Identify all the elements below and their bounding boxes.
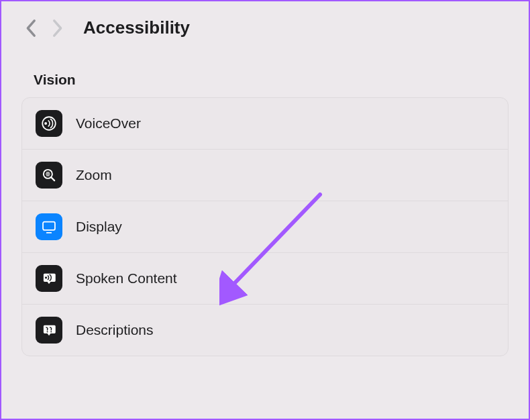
svg-point-11 bbox=[50, 331, 52, 332]
display-icon bbox=[36, 213, 62, 240]
row-label: Display bbox=[76, 219, 122, 235]
row-spoken-content[interactable]: Spoken Content bbox=[22, 253, 508, 305]
svg-rect-7 bbox=[43, 222, 55, 230]
section-label-vision: Vision bbox=[1, 46, 529, 97]
forward-button[interactable] bbox=[51, 19, 63, 38]
zoom-icon bbox=[36, 162, 62, 189]
row-label: VoiceOver bbox=[76, 115, 141, 132]
row-label: Spoken Content bbox=[76, 270, 177, 286]
row-zoom[interactable]: Zoom bbox=[22, 150, 508, 201]
vision-list: VoiceOver Zoom Display bbox=[21, 97, 509, 356]
descriptions-icon bbox=[36, 317, 62, 344]
row-voiceover[interactable]: VoiceOver bbox=[22, 98, 508, 150]
row-label: Descriptions bbox=[76, 322, 154, 338]
svg-point-10 bbox=[47, 331, 48, 332]
voiceover-icon bbox=[36, 110, 62, 137]
row-display[interactable]: Display bbox=[22, 201, 508, 253]
header: Accessibility bbox=[1, 1, 529, 46]
row-descriptions[interactable]: Descriptions bbox=[22, 305, 508, 356]
row-label: Zoom bbox=[76, 167, 112, 183]
spoken-content-icon bbox=[36, 265, 62, 292]
svg-point-9 bbox=[45, 276, 47, 278]
page-title: Accessibility bbox=[83, 17, 190, 38]
svg-point-1 bbox=[44, 122, 47, 125]
back-button[interactable] bbox=[25, 19, 38, 38]
svg-line-3 bbox=[51, 177, 54, 180]
